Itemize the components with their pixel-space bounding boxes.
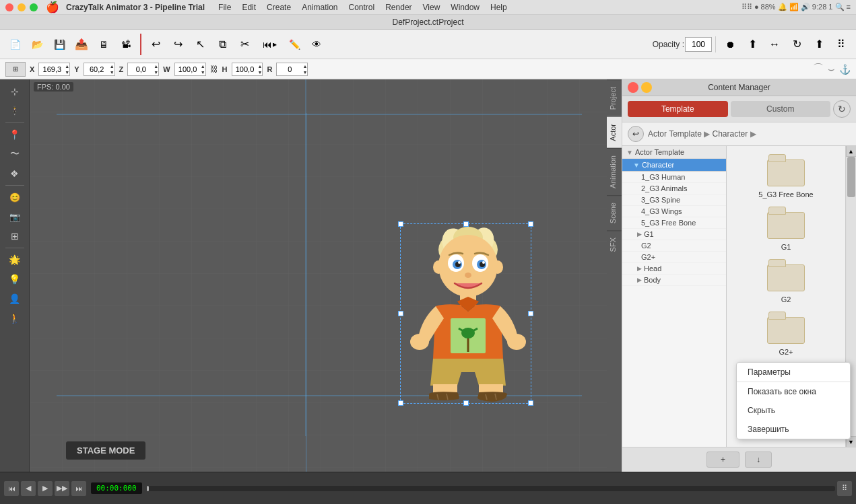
- new-button[interactable]: 📄: [4, 34, 26, 55]
- context-menu: Параметры Показать все окна Скрыть Завер…: [736, 362, 851, 439]
- tree-g2[interactable]: G2: [622, 240, 726, 252]
- tool-face[interactable]: 😊: [3, 188, 27, 207]
- cm-sync-btn[interactable]: ↻: [833, 100, 851, 118]
- record-btn[interactable]: ⏺: [719, 34, 741, 55]
- playback-prev[interactable]: ◀: [21, 481, 36, 496]
- menu-file[interactable]: File: [213, 2, 236, 13]
- tree-actor-template[interactable]: ▼ Actor Template: [622, 146, 726, 159]
- tree-body[interactable]: ▶ Body: [622, 275, 726, 286]
- tool-puppet[interactable]: 🕴: [3, 102, 27, 120]
- cm-add-btn[interactable]: +: [706, 452, 739, 468]
- grid-item-g1[interactable]: G1: [762, 204, 810, 254]
- grid-item-freebone[interactable]: 5_G3 Free Bone: [756, 151, 816, 201]
- cut-tool[interactable]: ✂: [234, 34, 255, 55]
- transform-btn[interactable]: ↔: [764, 34, 785, 55]
- panel-tab-animation[interactable]: Animation: [607, 148, 622, 195]
- grid-item-g2plus[interactable]: G2+: [762, 309, 810, 359]
- tree-character[interactable]: ▼ Character: [622, 159, 726, 172]
- tool-person[interactable]: 👤: [3, 289, 27, 308]
- panel-tab-scene[interactable]: Scene: [607, 195, 622, 230]
- tree-g3-freebone[interactable]: 5_G3 Free Bone: [622, 217, 726, 229]
- tool-node[interactable]: ❖: [3, 164, 27, 183]
- tree-g3-animals[interactable]: 2_G3 Animals: [622, 183, 726, 194]
- panel-tab-sfx[interactable]: SFX: [607, 230, 622, 258]
- cm-close-btn[interactable]: [628, 82, 638, 93]
- media-start[interactable]: ⏮▶: [256, 34, 283, 55]
- anchor-tool[interactable]: ⚓: [839, 64, 851, 75]
- tree-g2plus[interactable]: G2+: [622, 252, 726, 263]
- grid-toggle[interactable]: ⊞: [5, 62, 26, 77]
- menu-help[interactable]: Help: [485, 2, 513, 13]
- save-button[interactable]: 💾: [48, 34, 70, 55]
- pen-tool[interactable]: ✏️: [284, 34, 305, 55]
- grid-item-g2[interactable]: G2: [762, 256, 810, 306]
- project-title: DefProject.ctProject: [392, 17, 463, 27]
- select-tool[interactable]: ↖: [189, 34, 211, 55]
- tree-g3-spine[interactable]: 3_G3 Spine: [622, 194, 726, 206]
- redo-button[interactable]: ↪: [167, 34, 189, 55]
- x-input[interactable]: [39, 65, 65, 73]
- tree-g3-wings[interactable]: 4_G3 Wings: [622, 206, 726, 217]
- menu-create[interactable]: Create: [261, 2, 296, 13]
- playback-skip-end[interactable]: ⏭: [71, 481, 86, 496]
- h-input[interactable]: [232, 65, 258, 73]
- opacity-input[interactable]: [685, 37, 712, 52]
- curve-tool-1[interactable]: ⌒: [813, 62, 824, 76]
- tool-walk[interactable]: 🚶: [3, 309, 27, 328]
- rotate-btn[interactable]: ↻: [786, 34, 808, 55]
- undo-button[interactable]: ↩: [145, 34, 166, 55]
- menu-animation[interactable]: Animation: [296, 2, 343, 13]
- export-button[interactable]: 📤: [71, 34, 92, 55]
- curve-tool-2[interactable]: ⌣: [828, 63, 835, 75]
- tool-morph[interactable]: 〜: [3, 145, 27, 164]
- r-input[interactable]: [277, 65, 302, 73]
- tab-custom[interactable]: Custom: [731, 101, 831, 117]
- traffic-light-green[interactable]: [30, 3, 38, 11]
- ctx-item-hide[interactable]: Скрыть: [737, 401, 850, 420]
- open-button[interactable]: 📂: [26, 34, 48, 55]
- breadcrumb-back-btn[interactable]: ↩: [628, 126, 644, 142]
- grid-label-g2plus: G2+: [779, 348, 793, 356]
- menu-window[interactable]: Window: [445, 2, 485, 13]
- ctx-item-settings[interactable]: Параметры: [737, 363, 850, 382]
- playback-skip-start[interactable]: ⏮: [4, 481, 19, 496]
- tool-select[interactable]: ⊹: [3, 82, 27, 101]
- ctx-item-quit[interactable]: Завершить: [737, 420, 850, 439]
- reset-btn[interactable]: ⬆: [808, 34, 830, 55]
- ctx-item-show-all[interactable]: Показать все окна: [737, 382, 850, 401]
- tree-g3-human[interactable]: 1_G3 Human: [622, 172, 726, 183]
- timeline-menu[interactable]: ⠿: [837, 481, 852, 496]
- more-btn[interactable]: ⠿: [830, 34, 852, 55]
- move-btn[interactable]: ⬆: [742, 34, 763, 55]
- tool-pin[interactable]: 📍: [3, 125, 27, 144]
- eye-tool[interactable]: 👁: [306, 34, 327, 55]
- tool-grid[interactable]: ⊞: [3, 227, 27, 246]
- tree-head[interactable]: ▶ Head: [622, 263, 726, 275]
- z-input[interactable]: [128, 65, 154, 73]
- apple-menu[interactable]: 🍎: [46, 1, 59, 13]
- render-button[interactable]: 📽: [115, 34, 137, 55]
- y-input[interactable]: [84, 65, 110, 73]
- cm-import-btn[interactable]: ↓: [745, 452, 772, 468]
- menu-render[interactable]: Render: [380, 2, 417, 13]
- panel-tab-project[interactable]: Project: [607, 79, 622, 116]
- tool-camera[interactable]: 📷: [3, 207, 27, 226]
- tree-g1[interactable]: ▶ G1: [622, 229, 726, 240]
- preview-button[interactable]: 🖥: [93, 34, 114, 55]
- menu-control[interactable]: Control: [343, 2, 381, 13]
- traffic-light-red[interactable]: [5, 3, 13, 11]
- scroll-up-btn[interactable]: ▲: [846, 146, 857, 157]
- tool-light[interactable]: 💡: [3, 270, 27, 289]
- traffic-light-yellow[interactable]: [18, 3, 26, 11]
- playback-play[interactable]: ▶: [38, 481, 53, 496]
- panel-tab-actor[interactable]: Actor: [607, 116, 622, 148]
- copy-tool[interactable]: ⧉: [211, 34, 233, 55]
- w-input[interactable]: [175, 65, 201, 73]
- playback-next[interactable]: ▶▶: [55, 481, 69, 496]
- tool-sprite[interactable]: 🌟: [3, 250, 27, 269]
- menu-edit[interactable]: Edit: [236, 2, 261, 13]
- character-figure[interactable]: [403, 224, 533, 402]
- tab-template[interactable]: Template: [628, 101, 728, 117]
- cm-min-btn[interactable]: [641, 82, 652, 93]
- menu-view[interactable]: View: [418, 2, 446, 13]
